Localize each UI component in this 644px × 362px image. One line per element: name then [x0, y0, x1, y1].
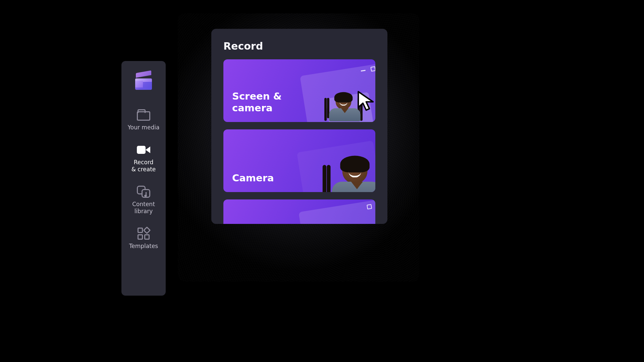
- video-camera-icon: [137, 143, 150, 156]
- folder-icon: [137, 109, 150, 121]
- sidebar: Your media Record & create Content libra…: [121, 61, 166, 296]
- record-option-label: Screen & camera: [232, 90, 282, 114]
- sidebar-item-label: Your media: [128, 124, 160, 131]
- record-panel: Record Screen & camera: [211, 29, 387, 224]
- window-graphic: [299, 200, 375, 224]
- sidebar-item-content-library[interactable]: Content library: [121, 179, 166, 221]
- sidebar-item-your-media[interactable]: Your media: [121, 102, 166, 137]
- panel-title: Record: [223, 40, 375, 52]
- record-panel-halo: Record Screen & camera: [178, 13, 419, 282]
- sidebar-item-label: Record & create: [131, 159, 156, 173]
- sidebar-item-label: Templates: [129, 243, 158, 249]
- sidebar-item-label: Content library: [132, 201, 155, 215]
- record-option-screen-and-camera[interactable]: Screen & camera: [223, 59, 375, 122]
- sidebar-item-logo[interactable]: [121, 61, 166, 102]
- record-option-label: Camera: [232, 172, 274, 184]
- sidebar-item-templates[interactable]: Templates: [121, 221, 166, 255]
- templates-icon: [137, 227, 150, 240]
- content-library-icon: [137, 185, 150, 198]
- record-option-screen[interactable]: [223, 199, 375, 224]
- window-graphic: [297, 140, 375, 192]
- sidebar-item-record-create[interactable]: Record & create: [121, 137, 166, 179]
- record-option-camera[interactable]: Camera: [223, 129, 375, 192]
- clapperboard-logo-icon: [135, 73, 153, 91]
